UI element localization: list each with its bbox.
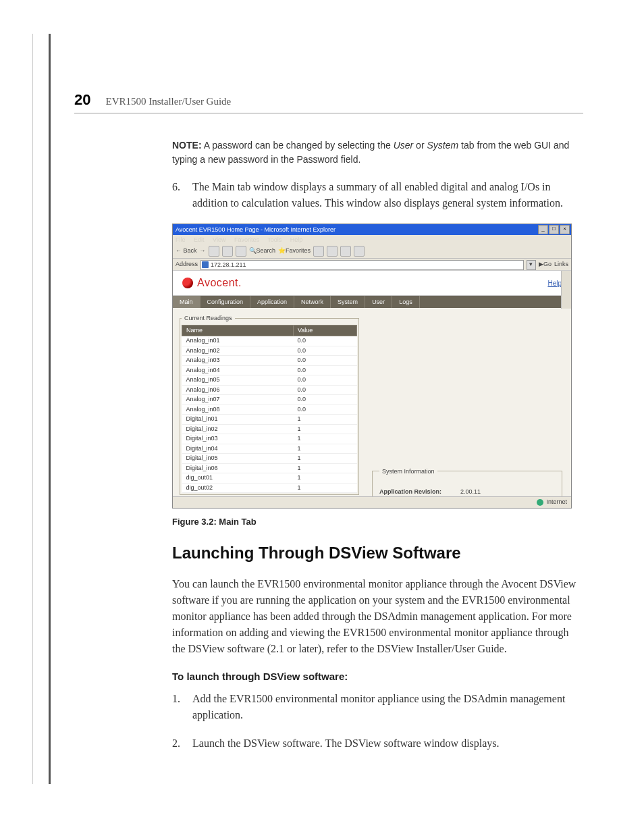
- help-link[interactable]: Help: [547, 278, 562, 288]
- browser-toolbar: ← Back → 🔍Search ⭐Favorites: [173, 244, 571, 259]
- window-title: Avocent EVR1500 Home Page - Microsoft In…: [176, 226, 336, 233]
- note-user-word: User: [394, 140, 414, 151]
- figure-caption: Figure 3.2: Main Tab: [172, 515, 577, 529]
- reading-name: Analog_in02: [182, 346, 294, 356]
- reading-name: Analog_in08: [182, 405, 294, 415]
- reading-value: 0.0: [293, 395, 356, 405]
- reading-name: dig_out02: [182, 483, 294, 493]
- address-value: 172.28.1.211: [211, 261, 246, 268]
- avocent-logo-icon: [182, 278, 193, 288]
- reading-value: 1: [293, 483, 356, 493]
- app-revision-value: 2.00.11: [460, 488, 481, 497]
- table-row: dig_out021: [182, 483, 357, 493]
- step-6: 6. The Main tab window displays a summar…: [172, 179, 577, 211]
- edit-icon[interactable]: [354, 246, 365, 257]
- app-revision-label: Application Revision:: [379, 488, 460, 497]
- refresh-icon[interactable]: [222, 246, 233, 257]
- browser-menubar: File Edit View Favorites Tools Help: [173, 235, 571, 244]
- table-row: Analog_in060.0: [182, 385, 357, 395]
- page-rule-outer: [32, 34, 33, 784]
- table-row: Analog_in080.0: [182, 405, 357, 415]
- note-text-1: A password can be changed by selecting t…: [202, 140, 394, 151]
- stop-icon[interactable]: [209, 246, 219, 257]
- table-row: Analog_in010.0: [182, 336, 357, 346]
- menu-help[interactable]: Help: [290, 236, 303, 243]
- internet-zone-icon: [537, 499, 543, 506]
- print-icon[interactable]: [340, 246, 351, 257]
- reading-value: 1: [293, 473, 356, 484]
- reading-value: 0.0: [293, 405, 356, 415]
- home-icon[interactable]: [236, 246, 246, 257]
- table-row: dig_out011: [182, 473, 357, 484]
- table-row: Digital_in031: [182, 434, 357, 444]
- reading-value: 1: [293, 454, 356, 464]
- close-button[interactable]: ×: [560, 225, 570, 234]
- note-box: NOTE: A password can be changed by selec…: [172, 138, 577, 167]
- brand-row: Avocent. Help: [173, 271, 571, 296]
- step-2: 2. Launch the DSView software. The DSVie…: [172, 735, 577, 752]
- note-or: or: [413, 140, 427, 151]
- tab-user[interactable]: User: [365, 296, 392, 308]
- step-2-text: Launch the DSView software. The DSView s…: [192, 735, 577, 752]
- section-paragraph: You can launch the EVR1500 environmental…: [172, 576, 577, 657]
- history-icon[interactable]: [313, 246, 324, 257]
- tab-configuration[interactable]: Configuration: [200, 296, 251, 308]
- reading-name: Digital_in04: [182, 444, 294, 454]
- minimize-button[interactable]: _: [538, 225, 548, 234]
- menu-favorites[interactable]: Favorites: [234, 236, 259, 243]
- note-label: NOTE:: [172, 140, 202, 151]
- reading-name: Analog_in05: [182, 375, 294, 386]
- back-button[interactable]: ← Back: [176, 246, 197, 256]
- ie-page-icon: [202, 261, 209, 268]
- reading-name: dig_out01: [182, 473, 294, 484]
- screenshot-main-tab: Avocent EVR1500 Home Page - Microsoft In…: [172, 224, 572, 509]
- address-label: Address: [176, 260, 198, 269]
- menu-file[interactable]: File: [176, 236, 186, 243]
- table-row: Digital_in011: [182, 415, 357, 425]
- search-button[interactable]: 🔍Search: [249, 246, 276, 256]
- menu-tools[interactable]: Tools: [267, 236, 281, 243]
- links-label[interactable]: Links: [554, 260, 568, 269]
- table-row: Digital_in021: [182, 424, 357, 434]
- page-rule-inner: [49, 34, 51, 784]
- table-row: Analog_in040.0: [182, 365, 357, 375]
- favorites-button[interactable]: ⭐Favorites: [278, 246, 311, 256]
- reading-name: Analog_in03: [182, 356, 294, 366]
- tab-network[interactable]: Network: [294, 296, 331, 308]
- table-row: Digital_in041: [182, 444, 357, 454]
- status-bar: Internet: [173, 496, 571, 508]
- tab-system[interactable]: System: [331, 296, 365, 308]
- reading-name: Digital_in06: [182, 463, 294, 473]
- reading-value: 1: [293, 415, 356, 425]
- reading-name: Digital_in03: [182, 434, 294, 444]
- status-zone-text: Internet: [546, 498, 567, 507]
- window-titlebar: Avocent EVR1500 Home Page - Microsoft In…: [173, 224, 571, 235]
- address-input[interactable]: 172.28.1.211: [200, 260, 524, 270]
- menu-edit[interactable]: Edit: [194, 236, 205, 243]
- reading-value: 0.0: [293, 385, 356, 395]
- table-row: Digital_in061: [182, 463, 357, 473]
- step-6-number: 6.: [172, 179, 192, 211]
- mail-icon[interactable]: [327, 246, 338, 257]
- tab-main[interactable]: Main: [173, 296, 200, 308]
- reading-value: 1: [293, 434, 356, 444]
- reading-value: 0.0: [293, 365, 356, 375]
- brand-name: Avocent.: [197, 275, 242, 291]
- forward-button[interactable]: →: [200, 246, 206, 256]
- procedure-subhead: To launch through DSView software:: [172, 669, 577, 685]
- section-heading: Launching Through DSView Software: [172, 541, 577, 565]
- reading-value: 0.0: [293, 346, 356, 356]
- main-panel: Current Readings Name Value Analog_in010…: [173, 309, 571, 497]
- tab-application[interactable]: Application: [250, 296, 294, 308]
- address-dropdown-icon[interactable]: ▾: [527, 260, 536, 270]
- go-button[interactable]: ▶Go: [539, 260, 552, 269]
- menu-view[interactable]: View: [213, 236, 225, 243]
- reading-name: Analog_in07: [182, 395, 294, 405]
- system-information-box: System Information Application Revision:…: [372, 471, 562, 497]
- step-2-number: 2.: [172, 735, 192, 752]
- tab-logs[interactable]: Logs: [392, 296, 420, 308]
- reading-name: Analog_in04: [182, 365, 294, 375]
- maximize-button[interactable]: □: [549, 225, 559, 234]
- readings-table: Name Value Analog_in010.0Analog_in020.0A…: [182, 325, 357, 494]
- step-1-number: 1.: [172, 691, 192, 723]
